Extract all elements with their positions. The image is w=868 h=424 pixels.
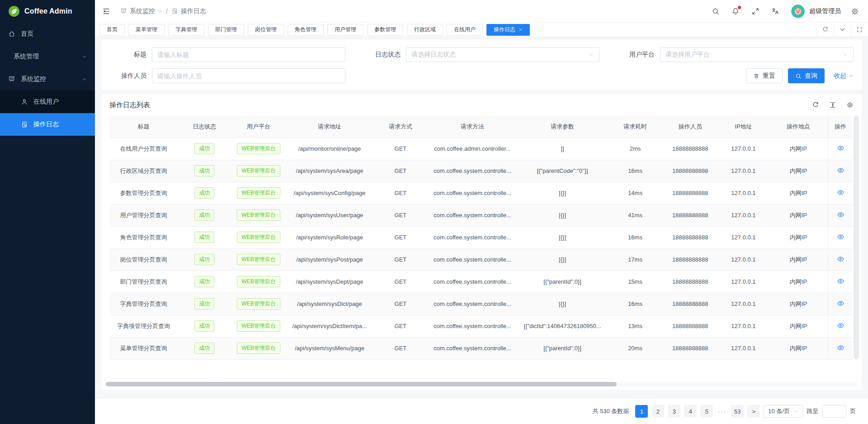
view-detail-icon[interactable] (837, 255, 844, 263)
view-detail-icon[interactable] (837, 189, 844, 196)
next-page-button[interactable]: > (747, 405, 760, 418)
cell-params: [] (517, 138, 608, 160)
tab-label: 岗位管理 (255, 26, 277, 33)
breadcrumb-parent[interactable]: 系统监控 (120, 7, 162, 15)
search-button[interactable]: 查询 (788, 68, 825, 83)
cell-ip: 127.0.0.1 (718, 271, 769, 293)
translate-icon[interactable] (771, 7, 779, 15)
platform-badge: WEB管理后台 (237, 298, 280, 310)
user-menu[interactable]: 超级管理员 (791, 5, 841, 18)
pagination-pages: 12345···53 (635, 405, 744, 418)
pagination-ellipsis[interactable]: ··· (717, 408, 727, 415)
view-detail-icon[interactable] (837, 344, 844, 352)
cell-status: 成功 (178, 315, 231, 337)
collapse-sidebar-icon[interactable] (102, 7, 110, 15)
sidebar-item-系统管理[interactable]: 系统管理 (0, 45, 95, 68)
fullscreen-icon[interactable] (751, 7, 760, 15)
search-icon[interactable] (712, 7, 720, 15)
page-button-1[interactable]: 1 (635, 405, 648, 418)
cell-title: 行政区域分页查询 (109, 160, 178, 182)
view-detail-icon[interactable] (837, 277, 844, 285)
cell-ip: 127.0.0.1 (718, 160, 769, 182)
tab-行政区域[interactable]: 行政区域 (407, 24, 443, 36)
cell-platform: WEB管理后台 (231, 226, 286, 248)
tab-首页[interactable]: 首页 (99, 24, 125, 36)
tab-label: 操作日志 (494, 26, 515, 33)
page-size-select[interactable]: 10 条/页 (764, 405, 803, 418)
collapse-filter-link[interactable]: 收起 (834, 72, 854, 80)
cell-method: GET (373, 271, 428, 293)
close-icon[interactable] (519, 28, 523, 32)
view-detail-icon[interactable] (837, 167, 844, 174)
status-badge: 成功 (194, 165, 214, 176)
notification-dot (738, 6, 741, 9)
tab-菜单管理[interactable]: 菜单管理 (128, 24, 165, 36)
column-settings-icon[interactable] (846, 101, 854, 109)
cell-platform: WEB管理后台 (231, 293, 286, 315)
density-icon[interactable] (829, 101, 836, 109)
status-badge: 成功 (194, 343, 214, 354)
tab-参数管理[interactable]: 参数管理 (367, 24, 403, 36)
status-select[interactable]: 请选择日志状态 (406, 47, 599, 62)
platform-badge: WEB管理后台 (237, 143, 280, 154)
view-detail-icon[interactable] (837, 211, 844, 219)
page-button-4[interactable]: 4 (684, 405, 697, 418)
view-detail-icon[interactable] (837, 233, 844, 241)
view-detail-icon[interactable] (837, 322, 844, 329)
jump-label: 跳至 (807, 407, 818, 415)
title-input[interactable] (152, 47, 345, 62)
status-badge: 成功 (194, 210, 214, 221)
sidebar-item-首页[interactable]: 首页 (0, 23, 95, 45)
tab-角色管理[interactable]: 角色管理 (288, 24, 324, 36)
platform-select[interactable]: 请选择用户平台 (660, 47, 854, 62)
reset-button[interactable]: 重置 (746, 68, 783, 83)
tab-操作日志[interactable]: 操作日志 (486, 24, 530, 36)
tab-用户管理[interactable]: 用户管理 (327, 24, 363, 36)
sidebar-item-label: 系统监控 (21, 75, 46, 83)
sidebar-item-系统监控[interactable]: 系统监控 (0, 68, 95, 91)
vertical-scrollbar[interactable] (854, 116, 859, 359)
tab-menu-chevron-icon[interactable] (834, 23, 851, 37)
table-row: 字典项管理分页查询成功WEB管理后台/api/system/sysDictIte… (109, 315, 853, 337)
breadcrumb-current[interactable]: 操作日志 (171, 7, 206, 15)
page-unit-label: 页 (850, 407, 856, 415)
page-button-53[interactable]: 53 (731, 405, 744, 418)
settings-gear-icon[interactable] (851, 7, 859, 15)
cell-location: 内网IP (769, 138, 828, 160)
page-button-2[interactable]: 2 (651, 405, 664, 418)
tab-岗位管理[interactable]: 岗位管理 (248, 24, 284, 36)
notification-bell-icon[interactable] (731, 7, 740, 15)
tab-字典管理[interactable]: 字典管理 (168, 24, 204, 36)
operator-input[interactable] (152, 68, 345, 83)
refresh-table-icon[interactable] (812, 101, 819, 109)
cell-url: /api/system/sysConfig/page (286, 182, 373, 204)
tab-部门管理[interactable]: 部门管理 (208, 24, 244, 36)
tab-在线用户[interactable]: 在线用户 (447, 24, 483, 36)
view-detail-icon[interactable] (837, 300, 844, 307)
horizontal-scrollbar-thumb[interactable] (106, 382, 617, 386)
cell-status: 成功 (178, 271, 231, 293)
breadcrumb: 系统监控 / 操作日志 (120, 7, 206, 15)
tab-label: 行政区域 (414, 26, 436, 33)
cell-operator: 18888888888 (662, 226, 718, 248)
platform-badge: WEB管理后台 (237, 187, 280, 199)
cell-url: /api/system/sysMenu/page (286, 337, 373, 359)
maximize-icon[interactable] (851, 23, 868, 37)
jump-page-input[interactable] (822, 405, 846, 418)
cell-platform: WEB管理后台 (231, 204, 286, 226)
topbar: 系统监控 / 操作日志 超级管理员 (95, 0, 868, 23)
page-button-3[interactable]: 3 (668, 405, 680, 418)
view-detail-icon[interactable] (837, 144, 844, 152)
app-root: Coffee Admin 首页系统管理系统监控在线用户操作日志 系统监控 / 操… (0, 0, 868, 424)
filter-panel: 标题 日志状态 请选择日志状态 用户平台 请选择用户平台 (101, 40, 862, 90)
sidebar-subitem-在线用户[interactable]: 在线用户 (0, 91, 95, 113)
trash-icon (753, 73, 760, 79)
cell-status: 成功 (178, 182, 231, 204)
sidebar-item-label: 首页 (21, 30, 33, 38)
table-title: 操作日志列表 (109, 101, 150, 110)
tab-label: 部门管理 (215, 26, 237, 33)
table-row: 菜单管理分页查询成功WEB管理后台/api/system/sysMenu/pag… (109, 337, 853, 359)
refresh-tab-icon[interactable] (816, 23, 834, 37)
page-button-5[interactable]: 5 (700, 405, 713, 418)
sidebar-subitem-操作日志[interactable]: 操作日志 (0, 113, 95, 136)
